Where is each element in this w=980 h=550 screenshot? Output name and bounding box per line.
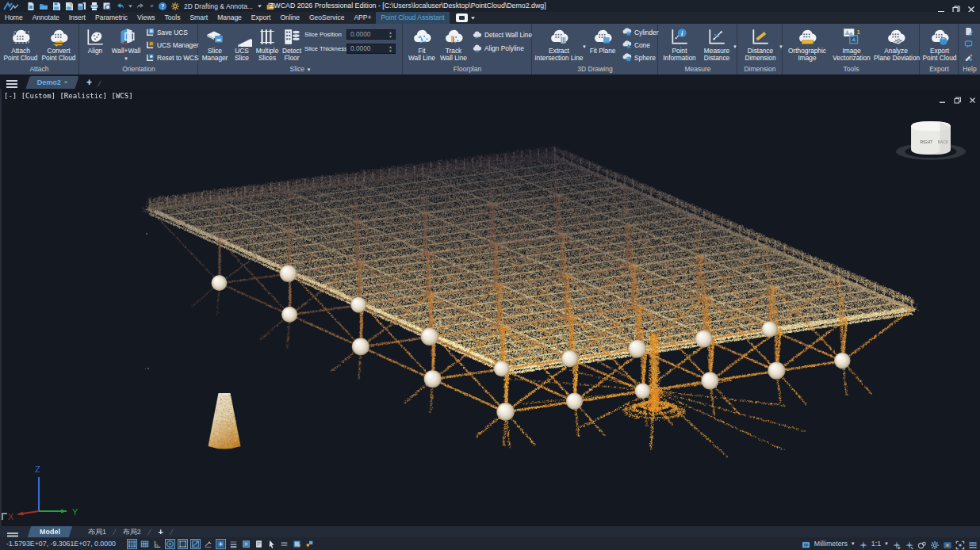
new-file-button[interactable]: [26, 2, 36, 11]
reset-to-wcs-button[interactable]: Reset to WCS: [145, 53, 199, 63]
customization-menu-icon[interactable]: [968, 539, 978, 548]
detect-wall-line-button[interactable]: Detect Wall Line: [473, 30, 532, 40]
open-file-button[interactable]: [39, 2, 48, 11]
convert-point-cloud-button[interactable]: Convert Point Cloud: [40, 25, 78, 62]
tab-app-plus[interactable]: APP+: [349, 12, 376, 24]
redo-button[interactable]: [136, 2, 146, 11]
help-doc-button[interactable]: [964, 27, 974, 36]
drawing-viewport[interactable]: [-] [Custom] [Realistic] [WCS] RIGHT BAC…: [0, 89, 980, 526]
measure-distance-caret[interactable]: ▼: [733, 44, 737, 51]
slice-group-caret[interactable]: ▼: [306, 67, 311, 72]
view-orientation-widget[interactable]: RIGHT BACK: [893, 111, 969, 165]
undo-button[interactable]: [115, 2, 124, 11]
align-button[interactable]: Align: [81, 25, 109, 55]
minimize-button[interactable]: [937, 2, 945, 10]
units-caret[interactable]: ▼: [851, 541, 856, 546]
save-ucs-button[interactable]: Save UCS: [145, 28, 188, 37]
doc-tab-close-icon[interactable]: ×: [64, 79, 68, 86]
extract-intersection-line-button[interactable]: Extract Intersection Line ▼: [534, 25, 584, 62]
slice-position-spinner[interactable]: ▲▼: [387, 30, 394, 39]
doc-minimize-button[interactable]: [939, 93, 946, 100]
ortho-mode-toggle[interactable]: [152, 539, 163, 549]
close-button[interactable]: [967, 2, 975, 10]
restore-button[interactable]: [952, 2, 960, 10]
workspace-gear-icon[interactable]: [170, 2, 180, 11]
workspace-dropdown-caret[interactable]: [257, 3, 262, 9]
doc-tab-menu-icon[interactable]: [6, 78, 18, 87]
tab-smart[interactable]: Smart: [185, 12, 212, 24]
tab-insert[interactable]: Insert: [64, 12, 90, 24]
ucs-manager-button[interactable]: UCS Manager: [145, 40, 199, 50]
wall-wall-button[interactable]: Wall+Wall ▼: [109, 25, 143, 63]
track-wall-line-button[interactable]: Track Wall Line: [438, 25, 469, 62]
detect-floor-button[interactable]: Detect Floor: [281, 25, 303, 62]
slice-position-input[interactable]: 0.0000▲▼: [346, 29, 396, 40]
export-point-cloud-button[interactable]: Export Point Cloud: [921, 25, 959, 62]
new-doc-tab-button[interactable]: +: [86, 77, 92, 88]
fit-plane-button[interactable]: Fit Plane: [585, 25, 620, 55]
ucs-slice-button[interactable]: UCS Slice: [230, 25, 254, 62]
print-button[interactable]: [90, 2, 99, 11]
isolate-icon[interactable]: [943, 539, 952, 548]
ribbon-panel-toggle[interactable]: [456, 12, 476, 24]
ribbon-display-caret[interactable]: [470, 15, 476, 21]
help-info-button[interactable]: ?: [158, 2, 167, 11]
save-button[interactable]: [52, 2, 61, 11]
tab-tools[interactable]: Tools: [160, 12, 186, 24]
analyze-plane-deviation-button[interactable]: Analyze Plane Deviation: [874, 25, 918, 62]
object-snap-tracking-toggle[interactable]: [190, 539, 201, 549]
annotation-scale-value[interactable]: 1:1: [871, 540, 881, 548]
measure-distance-button[interactable]: Measure Distance ▼: [699, 25, 735, 62]
viewport-controls-label[interactable]: [-] [Custom] [Realistic] [WCS]: [4, 92, 133, 100]
redo-dropdown-caret[interactable]: [149, 3, 155, 9]
help-about-button[interactable]: [964, 52, 974, 62]
attach-point-cloud-button[interactable]: Attach Point Cloud: [2, 25, 40, 62]
workspace-lines-toggle[interactable]: [279, 539, 289, 549]
save-all-button[interactable]: [77, 2, 86, 11]
tab-parametric[interactable]: Parametric: [90, 12, 132, 24]
tab-manage[interactable]: Manage: [212, 12, 247, 24]
dynamic-ucs-toggle[interactable]: [203, 539, 213, 549]
object-snap-toggle[interactable]: [178, 539, 188, 549]
annotation-monitor-toggle[interactable]: [254, 539, 264, 549]
annotation-visibility2-icon[interactable]: [905, 539, 914, 548]
image-vectorization-button[interactable]: 1 Image Vectorization: [829, 25, 874, 62]
grid-display-toggle[interactable]: [127, 539, 137, 549]
tab-views[interactable]: Views: [132, 12, 160, 24]
transparency-toggle[interactable]: [241, 539, 251, 549]
tab-model[interactable]: Model: [28, 526, 73, 537]
tab-point-cloud-assistant[interactable]: Point Cloud Assistant: [376, 12, 449, 24]
cone-button[interactable]: Cone: [622, 40, 650, 50]
slice-thickness-input[interactable]: 0.0000▲▼: [346, 44, 396, 54]
snap-mode-toggle[interactable]: [140, 539, 150, 549]
sphere-button[interactable]: Sphere: [622, 53, 656, 63]
align-polyline-button[interactable]: Align Polyline: [473, 44, 524, 53]
doc-restore-button[interactable]: [954, 93, 961, 100]
dynamic-input-toggle[interactable]: [216, 539, 226, 549]
doc-close-button[interactable]: [969, 93, 976, 100]
tab-geoservice[interactable]: GeoService: [304, 12, 349, 24]
distance-dimension-button[interactable]: Distance Dimension ▼: [740, 25, 781, 62]
annotation-visibility-toggle[interactable]: [292, 539, 302, 549]
tab-home[interactable]: Home: [0, 12, 28, 24]
fullscreen-icon[interactable]: [955, 539, 965, 548]
tab-annotate[interactable]: Annotate: [28, 12, 64, 24]
doc-tab-demo2[interactable]: Demo2 ×: [25, 76, 78, 89]
tab-export[interactable]: Export: [247, 12, 276, 24]
slice-manager-button[interactable]: Slice Manager: [200, 25, 230, 62]
cylinder-button[interactable]: Cylinder: [622, 28, 658, 37]
layout-tab-menu-icon[interactable]: [7, 529, 18, 536]
slice-thickness-spinner[interactable]: ▲▼: [387, 44, 394, 53]
multiple-slices-button[interactable]: Multiple Slices: [254, 25, 281, 62]
wall-wall-caret[interactable]: ▼: [124, 56, 128, 61]
preview-button[interactable]: [102, 2, 112, 11]
tab-layout2[interactable]: 布局2: [123, 527, 141, 537]
annotation-scale-caret[interactable]: ▼: [884, 541, 889, 546]
selection-cycling-toggle[interactable]: [266, 539, 277, 549]
add-layout-button[interactable]: +: [159, 527, 163, 537]
units-selector[interactable]: Millimeters: [814, 540, 848, 548]
tab-layout1[interactable]: 布局1: [88, 527, 106, 537]
annotation-auto-add-icon[interactable]: [892, 539, 902, 548]
lineweight-display-toggle[interactable]: [228, 539, 239, 549]
isolate-objects-toggle[interactable]: [304, 539, 315, 549]
